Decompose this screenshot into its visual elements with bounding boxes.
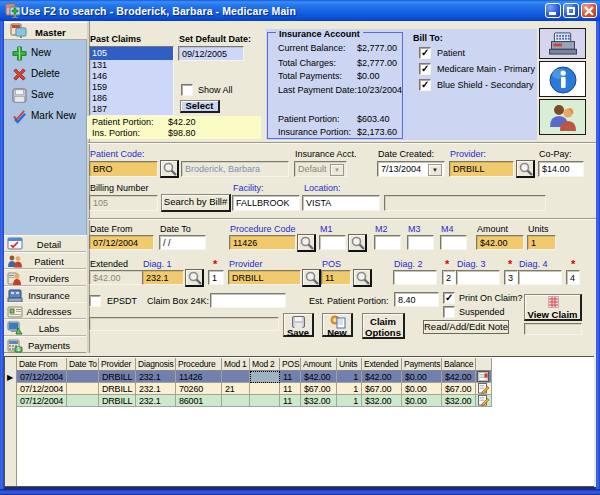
search-by-bill-button[interactable]: Search by Bill# — [161, 194, 231, 212]
co-pay-input[interactable]: $14.00 — [538, 161, 584, 177]
grid-cell[interactable]: 11 — [280, 395, 301, 407]
grid-header-cell[interactable]: Date From — [17, 358, 67, 371]
sidebar-item-detail[interactable]: Detail — [4, 235, 86, 252]
grid-cell[interactable]: $32.00 — [442, 395, 476, 407]
grid-header-cell[interactable]: Provider — [99, 358, 136, 371]
grid-header-cell[interactable]: POS — [280, 358, 301, 371]
provider-input[interactable]: DRBILL — [449, 161, 514, 177]
grid-cell[interactable] — [67, 383, 99, 395]
diag3-input[interactable] — [456, 270, 500, 285]
grid-cell[interactable]: 11 — [280, 383, 301, 395]
sidebar-item-labs[interactable]: Labs — [4, 319, 86, 336]
grid-cell[interactable]: 1 — [337, 395, 362, 407]
save-button[interactable]: Save — [283, 313, 314, 337]
close-button[interactable] — [581, 3, 597, 18]
grid-cell[interactable]: $0.00 — [402, 395, 442, 407]
view-claim-button[interactable]: View Claim — [524, 294, 582, 321]
grid-cell[interactable]: DRBILL — [99, 383, 136, 395]
provider2-search-button[interactable] — [302, 269, 321, 287]
diag1-index-input[interactable]: 1 — [208, 270, 224, 285]
sidebar-item-payments[interactable]: $ Payments — [4, 336, 86, 353]
grid-header-cell[interactable]: Units — [337, 358, 362, 371]
list-item[interactable]: 105 — [90, 47, 173, 60]
sidebar-item-insurance[interactable]: Insurance — [4, 286, 86, 303]
past-claims-listbox[interactable]: 105 131 146 159 186 187 — [89, 46, 174, 116]
diag2-index-input[interactable]: 2 — [442, 270, 456, 285]
print-on-claim-checkbox[interactable]: ✓ — [443, 292, 455, 304]
grid-cell[interactable]: 07/12/2004 — [17, 395, 67, 407]
m1-search-button[interactable] — [348, 234, 367, 252]
bill-to-patient-checkbox[interactable]: ✓ — [419, 47, 431, 59]
grid-cell[interactable]: DRBILL — [99, 395, 136, 407]
diag1-search-button[interactable] — [185, 269, 204, 287]
sidebar-master-header[interactable]: Master — [4, 22, 87, 40]
patient-code-input[interactable]: BRO — [89, 161, 158, 177]
dropdown-arrow-icon[interactable]: ▼ — [330, 164, 344, 176]
claim-options-button[interactable]: Claim Options — [362, 313, 405, 339]
grid-cell[interactable]: 232.1 — [136, 395, 176, 407]
sidebar-action-new[interactable]: New — [4, 43, 87, 64]
provider2-input[interactable]: DRBILL — [228, 270, 301, 285]
minimize-button[interactable] — [545, 3, 561, 18]
grid-cell[interactable]: 1 — [337, 371, 362, 383]
sidebar-action-save[interactable]: Save — [4, 85, 87, 106]
provider-search-button[interactable] — [516, 160, 535, 178]
grid-header-cell[interactable]: Amount — [301, 358, 337, 371]
list-item[interactable]: 146 — [90, 71, 173, 82]
amount-input[interactable]: $42.00 — [476, 235, 524, 250]
grid-cell[interactable]: $67.00 — [301, 383, 337, 395]
m3-input[interactable] — [407, 235, 434, 250]
sidebar-action-delete[interactable]: Delete — [4, 64, 87, 85]
info-button[interactable] — [539, 61, 586, 97]
grid-cell[interactable]: $0.00 — [402, 383, 442, 395]
set-default-date-input[interactable]: 09/12/2005 — [178, 46, 244, 61]
grid-header-cell[interactable]: Date To — [67, 358, 99, 371]
grid-note-cell[interactable] — [476, 383, 492, 395]
list-item[interactable]: 186 — [90, 93, 173, 104]
dropdown-arrow-icon[interactable]: ▼ — [428, 164, 442, 176]
est-patient-portion-input[interactable]: 8.40 — [394, 292, 439, 307]
sidebar-item-providers[interactable]: Providers — [4, 269, 86, 286]
grid-cell[interactable]: 70260 — [176, 383, 222, 395]
bill-to-medicare-checkbox[interactable]: ✓ — [419, 63, 431, 75]
location-input[interactable]: VISTA — [302, 195, 380, 211]
grid-cell[interactable] — [67, 371, 99, 383]
list-item[interactable]: 159 — [90, 82, 173, 93]
grid-cell[interactable]: 11426 — [176, 371, 222, 383]
sidebar-action-mark-new[interactable]: Mark New — [4, 106, 87, 127]
maximize-button[interactable] — [563, 3, 579, 18]
grid-header-cell[interactable]: Mod 1 — [222, 358, 250, 371]
grid-cell[interactable]: $42.00 — [362, 371, 402, 383]
grid-cell[interactable]: $67.00 — [442, 383, 476, 395]
grid-cell[interactable]: 11 — [280, 371, 301, 383]
grid-header-cell[interactable]: Mod 2 — [250, 358, 280, 371]
facility-input[interactable]: FALLBROOK — [232, 195, 300, 211]
grid-cell[interactable] — [250, 395, 280, 407]
show-all-checkbox[interactable] — [181, 84, 193, 96]
grid-cell[interactable]: 07/12/2004 — [17, 383, 67, 395]
grid-cell[interactable]: 07/12/2004 — [17, 371, 67, 383]
pos-input[interactable]: 11 — [321, 270, 351, 285]
grid-cell[interactable]: 1 — [337, 383, 362, 395]
patients-button[interactable] — [539, 99, 586, 135]
insurance-acct-select[interactable]: Default ▼ — [294, 161, 347, 177]
diag4-input[interactable] — [518, 270, 562, 285]
diag3-index-input[interactable]: 3 — [504, 270, 518, 285]
procedure-code-input[interactable]: 11426 — [229, 235, 296, 250]
units-input[interactable]: 1 — [527, 235, 556, 250]
m2-input[interactable] — [374, 235, 401, 250]
grid-cell[interactable] — [250, 371, 280, 383]
register-button[interactable] — [539, 28, 586, 59]
list-item[interactable]: 131 — [90, 60, 173, 71]
list-item[interactable]: 187 — [90, 104, 173, 115]
grid-cell[interactable]: 21 — [222, 383, 250, 395]
date-from-input[interactable]: 07/12/2004 — [89, 235, 154, 250]
diag4-index-input[interactable]: 4 — [566, 270, 580, 285]
m1-input[interactable] — [319, 235, 346, 250]
grid-cell[interactable]: DRBILL — [99, 371, 136, 383]
new-button[interactable]: New — [322, 313, 353, 337]
epsdt-checkbox[interactable] — [89, 295, 101, 307]
grid-cell[interactable]: $32.00 — [301, 395, 337, 407]
procedure-search-button[interactable] — [297, 234, 316, 252]
grid-cell[interactable]: $67.00 — [362, 383, 402, 395]
